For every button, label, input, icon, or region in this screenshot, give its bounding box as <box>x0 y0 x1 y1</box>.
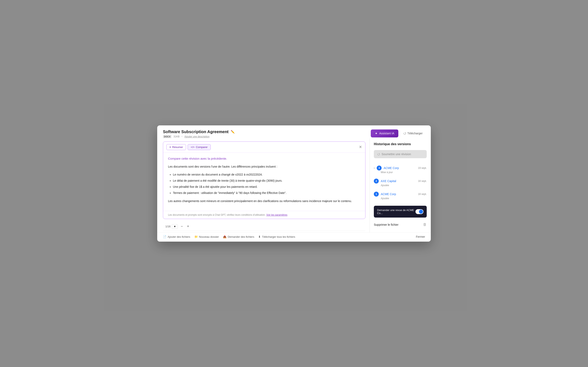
compare-revision-link[interactable]: Compare cette révision avec la précédent… <box>168 157 360 160</box>
download-button[interactable]: ⭯ Télécharger <box>401 130 425 137</box>
add-description-link[interactable]: Ajouter une description <box>184 135 209 138</box>
version-3-status: Mise à jour <box>374 171 427 174</box>
ai-panel-content: Compare cette révision avec la précédent… <box>163 153 365 211</box>
request-files-icon: 📤 <box>223 235 226 238</box>
page-indicator: 1/16 <box>165 225 171 228</box>
modal: Software Subscription Agreement ✏️ DOCX … <box>157 125 431 242</box>
download-label: Télécharger <box>407 132 423 135</box>
expand-chevron-3: › <box>374 167 375 169</box>
ai-star-icon: ✦ <box>375 132 378 135</box>
assistant-ia-button[interactable]: ✦ Assistant IA <box>371 129 398 137</box>
add-files-icon: 📄 <box>163 235 166 238</box>
version-3-name-row: › 3 ACME Corp <box>374 166 399 170</box>
version-3-badge: 3 <box>377 166 381 170</box>
ai-footer-link[interactable]: Voir les paramètres <box>266 213 287 216</box>
bottom-actions: 📄 Ajouter des fichiers 📁 Nouveau dossier… <box>163 235 295 238</box>
edit-icon[interactable]: ✏️ <box>231 130 235 134</box>
request-files-button[interactable]: 📤 Demander des fichiers <box>223 235 254 238</box>
close-modal-button[interactable]: Fermer <box>416 235 425 238</box>
delete-label: Supprimer le fichier <box>374 223 398 226</box>
version-1-badge: 1 <box>374 192 379 197</box>
version-1-name-row: 1 ACME Corp <box>374 192 396 197</box>
version-1-number: 1 <box>376 193 377 196</box>
download-all-button[interactable]: ⬇ Télécharger tous les fichiers <box>258 235 295 238</box>
file-meta: DOCX 31KB • Ajouter une description <box>163 135 235 138</box>
code-icon: </> <box>191 146 195 149</box>
new-folder-icon: 📁 <box>194 235 198 238</box>
ai-panel: ≡ Résumer </> Comparer ✕ Compare cette r… <box>163 142 365 219</box>
history-title: Historique des versions <box>374 142 427 146</box>
file-size: 31KB <box>173 135 180 138</box>
submit-revision-label: Soumettre une révision <box>381 152 411 156</box>
version-item-2[interactable]: 2 AXE Capital 18 sept. Ajoutée <box>374 176 427 189</box>
version-2-name-row: 2 AXE Capital <box>374 179 396 184</box>
modal-header: Software Subscription Agreement ✏️ DOCX … <box>157 125 431 138</box>
version-item-3[interactable]: › 3 ACME Corp 19 sept. Mise à jour <box>374 163 427 176</box>
trash-icon[interactable]: 🗑 <box>423 222 427 227</box>
zoom-in-button[interactable]: + <box>186 224 190 229</box>
history-panel: Historique des versions ⭯ Soumettre une … <box>370 138 431 233</box>
toggle-knob <box>419 210 423 214</box>
modal-body: ≡ Résumer </> Comparer ✕ Compare cette r… <box>157 138 431 233</box>
ai-intro-text: Les documents sont des versions l'une de… <box>168 164 360 169</box>
file-badge: DOCX <box>163 135 172 138</box>
bullet-item-2: Le délai de paiement a été modifié de tr… <box>173 178 360 183</box>
page-nav-dropdown[interactable]: ▼ <box>172 224 178 229</box>
ai-panel-header: ≡ Résumer </> Comparer ✕ <box>163 142 365 153</box>
document-title: Software Subscription Agreement <box>163 129 229 134</box>
document-viewer: 1/16 ▼ − + <box>163 222 365 231</box>
modal-overlay: Software Subscription Agreement ✏️ DOCX … <box>0 0 588 367</box>
download-all-label: Télécharger tous les fichiers <box>262 235 295 238</box>
version-3-date: 19 sept. <box>418 167 427 169</box>
version-list: › 3 ACME Corp 19 sept. Mise à jour <box>374 163 427 202</box>
tab-resume-label: Résumer <box>172 146 183 149</box>
list-icon: ≡ <box>169 146 171 149</box>
tab-resume[interactable]: ≡ Résumer <box>166 144 186 150</box>
page-navigation: 1/16 ▼ <box>165 224 178 229</box>
version-1-row: 1 ACME Corp 18 sept. <box>374 192 427 197</box>
version-1-status: Ajoutée <box>374 197 427 200</box>
version-2-badge: 2 <box>374 179 379 184</box>
header-left: Software Subscription Agreement ✏️ DOCX … <box>163 129 235 138</box>
bullet-item-1: Le numéro de version du document a chang… <box>173 172 360 177</box>
modal-title: Software Subscription Agreement ✏️ <box>163 129 235 134</box>
submit-revision-button: ⭯ Soumettre une révision <box>374 150 427 158</box>
modal-footer: 📄 Ajouter des fichiers 📁 Nouveau dossier… <box>157 233 431 242</box>
ai-button-label: Assistant IA <box>379 132 394 135</box>
download-all-icon: ⬇ <box>258 235 261 238</box>
version-1-name: ACME Corp <box>381 192 396 196</box>
version-1-date: 18 sept. <box>418 193 427 196</box>
request-files-label: Demander des fichiers <box>228 235 254 238</box>
add-files-button[interactable]: 📄 Ajouter des fichiers <box>163 235 190 238</box>
new-folder-button[interactable]: 📁 Nouveau dossier <box>194 235 219 238</box>
tab-compare-label: Comparer <box>196 146 208 149</box>
ask-review-label: Demander une revue de ACME Co... <box>377 209 415 215</box>
ai-bullet-list: Le numéro de version du document a chang… <box>168 172 360 195</box>
history-bottom: Demander une revue de ACME Co... Supprim… <box>374 206 427 233</box>
version-2-row: 2 AXE Capital 18 sept. <box>374 179 427 184</box>
tab-compare[interactable]: </> Comparer <box>188 144 211 150</box>
new-folder-label: Nouveau dossier <box>199 235 219 238</box>
ai-footer: Les documents et prompts sont envoyés à … <box>163 211 365 219</box>
ai-footer-text: Les documents et prompts sont envoyés à … <box>168 213 266 216</box>
submit-revision-icon: ⭯ <box>377 152 380 156</box>
version-item-1[interactable]: 1 ACME Corp 18 sept. Ajoutée <box>374 189 427 202</box>
add-files-label: Ajouter des fichiers <box>168 235 190 238</box>
download-icon: ⭯ <box>403 132 406 135</box>
bullet-item-4: Termes de paiement : utilisation de "imm… <box>173 191 360 196</box>
version-3-number: 3 <box>379 167 380 169</box>
close-ai-panel-button[interactable]: ✕ <box>359 145 362 149</box>
version-3-name: ACME Corp <box>384 166 399 170</box>
ai-tabs: ≡ Résumer </> Comparer <box>166 144 211 150</box>
ai-closing-text: Les autres changements sont mineurs et c… <box>168 199 360 204</box>
header-right: ✦ Assistant IA ⭯ Télécharger <box>371 129 425 137</box>
document-toolbar: 1/16 ▼ − + <box>163 222 365 231</box>
ask-review-row: Demander une revue de ACME Co... <box>374 206 427 217</box>
version-2-status: Ajoutée <box>374 184 427 187</box>
delete-row: Supprimer le fichier 🗑 <box>374 220 427 229</box>
version-2-name: AXE Capital <box>381 179 396 183</box>
zoom-out-button[interactable]: − <box>180 224 184 229</box>
ask-review-toggle[interactable] <box>415 209 424 214</box>
version-2-number: 2 <box>376 180 377 183</box>
bullet-item-3: Une pénalité fixe de 1$ a été ajoutée po… <box>173 184 360 189</box>
